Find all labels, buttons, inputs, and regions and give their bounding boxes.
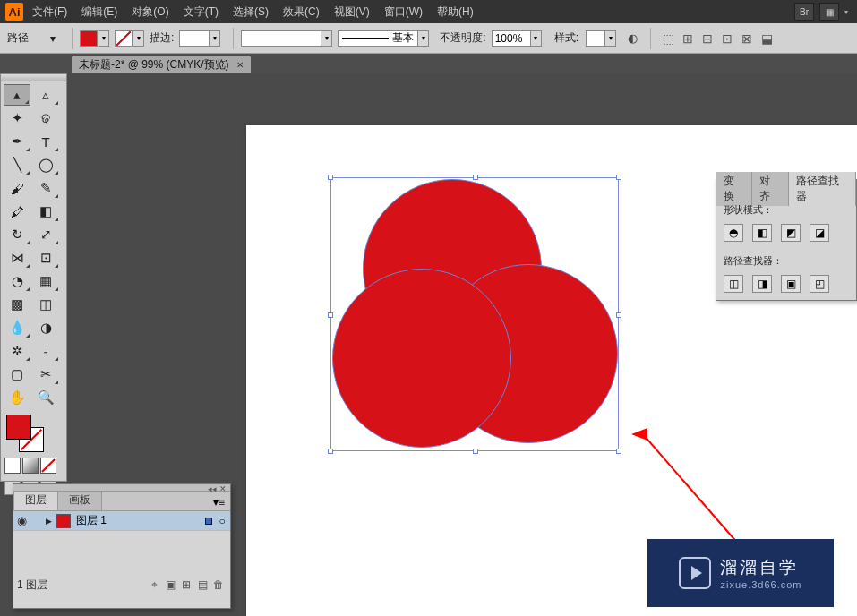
layer-row[interactable]: ◉ ▶ 图层 1 ○ [13,511,230,531]
artboard-tool[interactable]: ▢ [4,364,30,385]
align-icon[interactable]: ⊞ [681,31,695,46]
perspective-grid-tool[interactable]: ▦ [32,270,59,292]
opacity-label[interactable]: 不透明度: [440,30,485,46]
selection-handle[interactable] [616,449,621,454]
unite-button[interactable]: ◓ [724,224,743,242]
shape-builder-tool[interactable]: ◔ [4,270,30,292]
mesh-tool[interactable]: ▩ [4,294,30,315]
direct-selection-tool[interactable]: ▵ [32,84,59,106]
pen-tool[interactable]: ✒ [4,131,30,152]
menu-help[interactable]: 帮助(H) [437,4,474,20]
selection-handle[interactable] [328,449,333,454]
stroke-weight-dropdown[interactable]: ▾ [210,30,220,47]
opacity-dropdown[interactable]: ▾ [531,30,542,47]
symbol-sprayer-tool[interactable]: ✲ [4,340,30,362]
intersect-button[interactable]: ◩ [781,224,801,242]
dropdown-icon[interactable]: ▾ [47,32,59,45]
column-graph-tool[interactable]: ⫞ [32,340,59,362]
fill-stroke-control[interactable] [6,415,51,456]
stroke-swatch[interactable] [115,30,133,47]
selection-indicator[interactable] [205,518,212,525]
menu-file[interactable]: 文件(F) [32,4,67,20]
selection-handle[interactable] [328,175,333,180]
panel-menu-icon[interactable]: ▾≡ [208,494,230,510]
arrange-documents-dropdown[interactable]: ▾ [841,3,852,21]
brush-dropdown[interactable]: ▾ [418,30,429,47]
hand-tool[interactable]: ✋ [4,387,30,408]
divide-button[interactable]: ◫ [724,275,743,293]
align-icon[interactable]: ⊡ [720,31,734,46]
selection-handle[interactable] [473,449,478,454]
eraser-tool[interactable]: ◧ [32,201,59,222]
color-mode-solid[interactable] [4,458,21,474]
rotate-tool[interactable]: ↻ [4,224,30,245]
free-transform-tool[interactable]: ⊡ [32,247,59,269]
tab-align[interactable]: 对齐 [752,172,788,206]
fill-color-box[interactable] [6,415,31,440]
align-icon[interactable]: ⊟ [700,31,715,46]
eyedropper-tool[interactable]: 💧 [4,317,30,338]
new-layer-icon[interactable]: ▤ [194,578,210,591]
tab-transform[interactable]: 变换 [716,172,752,206]
menu-type[interactable]: 文字(T) [184,4,219,20]
lasso-tool[interactable]: ଢ [32,107,59,129]
align-icon[interactable]: ⬚ [661,31,675,46]
layer-name[interactable]: 图层 1 [76,513,107,528]
tab-pathfinder[interactable]: 路径查找器 [789,172,856,206]
expand-toggle-icon[interactable]: ▶ [46,517,56,526]
tab-artboards[interactable]: 画板 [57,489,102,510]
scale-tool[interactable]: ⤢ [32,224,59,245]
document-tab[interactable]: 未标题-2* @ 99% (CMYK/预览) ✕ [72,56,251,73]
minus-front-button[interactable]: ◧ [752,224,772,242]
selection-bounding-box[interactable] [330,177,619,451]
new-sublayer-icon[interactable]: ⊞ [178,578,194,591]
brush-definition[interactable]: 基本 [338,30,418,47]
delete-layer-icon[interactable]: 🗑 [210,578,227,591]
menu-window[interactable]: 窗口(W) [384,4,423,20]
menu-edit[interactable]: 编辑(E) [81,4,117,20]
recolor-artwork-icon[interactable]: ◐ [624,30,640,47]
target-icon[interactable]: ○ [218,515,227,527]
arrange-documents-button[interactable]: ▦ [819,3,839,21]
make-clipping-mask-icon[interactable]: ▣ [162,578,178,591]
crop-button[interactable]: ◰ [810,275,829,293]
variable-width-dropdown[interactable]: ▾ [321,30,332,47]
color-mode-gradient[interactable] [22,458,39,474]
bridge-button[interactable]: Br [794,3,814,21]
selection-handle[interactable] [616,175,621,180]
menu-view[interactable]: 视图(V) [334,4,370,20]
visibility-toggle-icon[interactable]: ◉ [17,514,33,527]
blend-tool[interactable]: ◑ [32,317,59,338]
menu-select[interactable]: 选择(S) [233,4,269,20]
align-icon[interactable]: ⊠ [740,31,754,46]
fill-dropdown[interactable]: ▾ [99,30,109,47]
paintbrush-tool[interactable]: 🖌 [4,177,30,199]
fill-swatch[interactable] [80,30,98,47]
graphic-style-dropdown[interactable]: ▾ [605,30,616,47]
opacity-input[interactable]: 100% [492,30,531,47]
close-tab-icon[interactable]: ✕ [236,60,244,70]
locate-object-icon[interactable]: ⌖ [146,578,162,591]
magic-wand-tool[interactable]: ✦ [4,107,30,129]
panel-grip[interactable] [1,74,66,81]
color-mode-none[interactable] [40,458,56,474]
type-tool[interactable]: T [32,131,59,152]
stroke-dropdown[interactable]: ▾ [133,30,144,47]
stroke-label[interactable]: 描边: [150,30,174,46]
panel-grip[interactable]: ◂◂ ✕ [13,484,230,492]
pencil-tool[interactable]: ✎ [32,177,59,199]
tab-layers[interactable]: 图层 [13,489,58,510]
stroke-weight-input[interactable] [179,30,210,47]
merge-button[interactable]: ▣ [781,275,801,293]
graphic-style-swatch[interactable] [586,30,605,47]
selection-handle[interactable] [328,312,333,318]
selection-handle[interactable] [616,312,621,318]
line-tool[interactable]: ╲ [4,154,30,175]
width-tool[interactable]: ⋈ [4,247,30,269]
exclude-button[interactable]: ◪ [810,224,829,242]
slice-tool[interactable]: ✂ [32,364,59,385]
trim-button[interactable]: ◨ [752,275,772,293]
gradient-tool[interactable]: ◫ [32,294,59,315]
selection-handle[interactable] [473,175,478,180]
variable-width-profile[interactable] [241,30,321,47]
